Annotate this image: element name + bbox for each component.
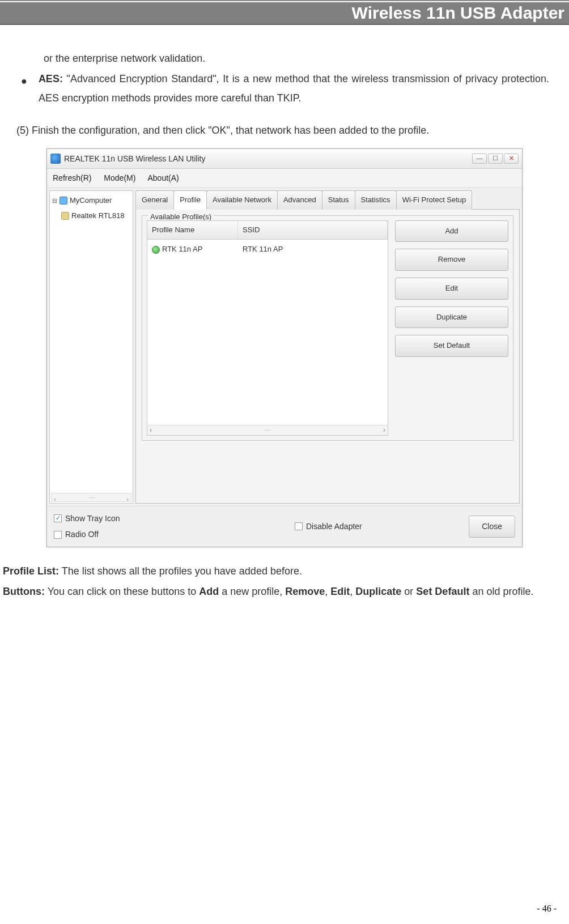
- aes-label: AES:: [39, 73, 63, 84]
- tree-child-label: Realtek RTL818: [71, 209, 125, 223]
- profile-ssid-value: RTK 11n AP: [238, 241, 388, 258]
- add-button[interactable]: Add: [395, 220, 508, 242]
- radio-off-label: Radio Off: [65, 527, 99, 542]
- app-window: REALTEK 11n USB Wireless LAN Utility — ☐…: [46, 148, 523, 547]
- bullet-aes: ● AES: "Advanced Encryption Standard", I…: [21, 69, 549, 108]
- duplicate-button[interactable]: Duplicate: [395, 306, 508, 329]
- buttons-text-6: an old profile.: [469, 586, 533, 597]
- header-title: Wireless 11n USB Adapter: [352, 3, 564, 22]
- profile-list-label: Profile List:: [3, 565, 59, 577]
- tree-scrollbar[interactable]: ‹ ⋯ ›: [51, 493, 131, 502]
- body-text-continuation: or the enterprise network validation.: [20, 49, 549, 68]
- page-header: Wireless 11n USB Adapter: [0, 2, 569, 25]
- tab-advanced[interactable]: Advanced: [277, 190, 322, 210]
- buttons-text-5: or: [401, 586, 416, 597]
- buttons-text-1: You can click on these buttons to: [45, 586, 199, 597]
- tree-root[interactable]: ⊟ MyComputer: [52, 193, 130, 208]
- adapter-icon: [61, 212, 69, 220]
- scroll-left-icon[interactable]: ‹: [150, 424, 152, 437]
- tab-wps[interactable]: Wi-Fi Protect Setup: [396, 190, 473, 210]
- profile-icon: [152, 246, 160, 254]
- col-ssid[interactable]: SSID: [238, 221, 388, 240]
- buttons-edit-bold: Edit: [330, 586, 350, 597]
- scroll-left-icon[interactable]: ‹: [54, 493, 56, 501]
- window-title: REALTEK 11n USB Wireless LAN Utility: [64, 151, 205, 167]
- device-tree: ⊟ MyComputer Realtek RTL818 ‹ ⋯ ›: [49, 190, 133, 504]
- tab-profile[interactable]: Profile: [173, 190, 207, 210]
- profile-list-description: Profile List: The list shows all the pro…: [3, 561, 549, 581]
- minimize-button[interactable]: —: [472, 154, 487, 164]
- menubar: Refresh(R) Mode(M) About(A): [47, 169, 522, 188]
- buttons-text-4: ,: [350, 586, 355, 597]
- edit-button[interactable]: Edit: [395, 278, 508, 300]
- aes-text: "Advanced Encryption Standard", It is a …: [39, 73, 549, 104]
- buttons-remove-bold: Remove: [285, 586, 325, 597]
- computer-icon: [60, 197, 67, 205]
- bullet-icon: ●: [21, 71, 27, 91]
- step5-text: (5) Finish the configuration, and then c…: [16, 121, 549, 140]
- list-scrollbar[interactable]: ‹ ⋯ ›: [147, 425, 388, 435]
- list-item[interactable]: RTK 11n AP RTK 11n AP: [147, 240, 388, 259]
- menu-about[interactable]: About(A): [148, 173, 179, 182]
- menu-refresh[interactable]: Refresh(R): [53, 173, 91, 182]
- tab-status[interactable]: Status: [322, 190, 355, 210]
- profile-list-text: The list shows all the profiles you have…: [59, 565, 302, 577]
- scroll-right-icon[interactable]: ›: [383, 424, 385, 437]
- close-window-button[interactable]: ✕: [504, 154, 519, 164]
- buttons-text-2: a new profile,: [219, 586, 285, 597]
- tab-available-network[interactable]: Available Network: [206, 190, 278, 210]
- menu-mode[interactable]: Mode(M): [104, 173, 135, 182]
- tabs-row: General Profile Available Network Advanc…: [135, 190, 520, 210]
- disable-adapter-label: Disable Adapter: [306, 519, 362, 534]
- radio-off-checkbox[interactable]: [54, 531, 62, 539]
- tree-child[interactable]: Realtek RTL818: [61, 208, 130, 224]
- maximize-button[interactable]: ☐: [488, 154, 503, 164]
- list-header: Profile Name SSID: [147, 221, 388, 240]
- page-number: - 46 -: [537, 904, 557, 914]
- buttons-text-3: ,: [325, 586, 330, 597]
- show-tray-checkbox[interactable]: ✓: [54, 514, 62, 522]
- titlebar: REALTEK 11n USB Wireless LAN Utility — ☐…: [47, 149, 522, 169]
- tree-expand-icon[interactable]: ⊟: [52, 195, 57, 207]
- buttons-add-bold: Add: [199, 586, 219, 597]
- buttons-description: Buttons: You can click on these buttons …: [3, 582, 549, 601]
- bottom-bar: ✓ Show Tray Icon Radio Off Disable Adapt…: [47, 506, 522, 547]
- show-tray-label: Show Tray Icon: [65, 511, 120, 526]
- profile-list[interactable]: Profile Name SSID RTK 11n AP RTK 11n AP: [147, 220, 388, 436]
- tab-statistics[interactable]: Statistics: [355, 190, 397, 210]
- buttons-duplicate-bold: Duplicate: [355, 586, 401, 597]
- close-button[interactable]: Close: [469, 516, 515, 538]
- scroll-right-icon[interactable]: ›: [126, 493, 129, 501]
- remove-button[interactable]: Remove: [395, 249, 508, 271]
- tab-general[interactable]: General: [135, 190, 174, 210]
- set-default-button[interactable]: Set Default: [395, 335, 508, 357]
- buttons-setdefault-bold: Set Default: [416, 586, 469, 597]
- tree-root-label: MyComputer: [70, 194, 112, 208]
- app-icon: [50, 154, 61, 164]
- buttons-label: Buttons:: [3, 586, 45, 597]
- profile-name-value: RTK 11n AP: [162, 242, 202, 257]
- disable-adapter-checkbox[interactable]: [295, 522, 303, 530]
- col-profile-name[interactable]: Profile Name: [147, 221, 238, 240]
- available-profiles-group: Available Profile(s) Profile Name SSID: [142, 215, 513, 441]
